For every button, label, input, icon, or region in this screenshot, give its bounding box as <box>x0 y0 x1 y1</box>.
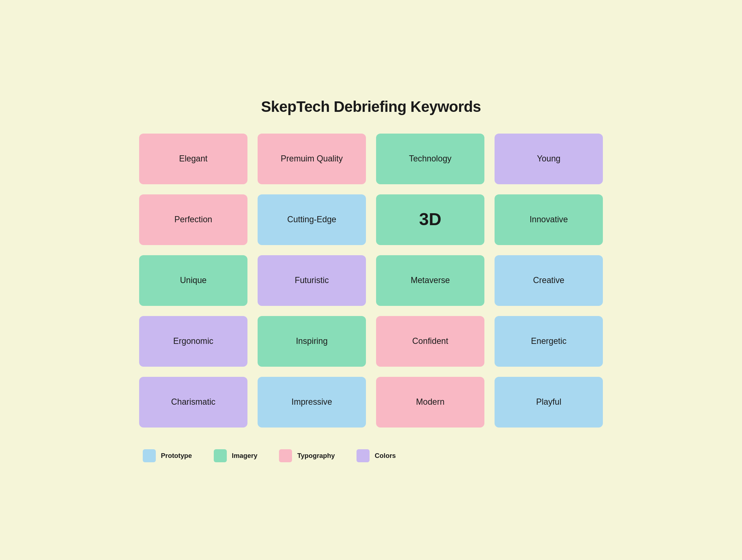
page-title: SkepTech Debriefing Keywords <box>139 98 603 115</box>
legend-label-prototype: Prototype <box>161 452 192 460</box>
legend-label-typography: Typography <box>297 452 335 460</box>
keyword-card-elegant: Elegant <box>139 134 247 184</box>
legend: PrototypeImageryTypographyColors <box>139 449 603 462</box>
page-container: SkepTech Debriefing Keywords ElegantPrem… <box>139 98 603 462</box>
keyword-card-3d: 3D <box>376 194 484 245</box>
legend-label-colors: Colors <box>375 452 396 460</box>
keyword-grid: ElegantPremuim QualityTechnologyYoungPer… <box>139 134 603 428</box>
keyword-card-confident: Confident <box>376 316 484 367</box>
keyword-card-young: Young <box>495 134 603 184</box>
keyword-card-premium-quality: Premuim Quality <box>258 134 366 184</box>
legend-item-prototype: Prototype <box>143 449 192 462</box>
legend-swatch-imagery <box>214 449 227 462</box>
keyword-card-impressive: Impressive <box>258 377 366 428</box>
keyword-card-perfection: Perfection <box>139 194 247 245</box>
keyword-card-inspiring: Inspiring <box>258 316 366 367</box>
legend-label-imagery: Imagery <box>232 452 258 460</box>
keyword-card-metaverse: Metaverse <box>376 255 484 306</box>
legend-item-imagery: Imagery <box>214 449 258 462</box>
keyword-card-futuristic: Futuristic <box>258 255 366 306</box>
keyword-card-modern: Modern <box>376 377 484 428</box>
keyword-card-technology: Technology <box>376 134 484 184</box>
legend-item-colors: Colors <box>357 449 396 462</box>
keyword-card-creative: Creative <box>495 255 603 306</box>
legend-swatch-typography <box>279 449 292 462</box>
legend-swatch-prototype <box>143 449 156 462</box>
keyword-card-ergonomic: Ergonomic <box>139 316 247 367</box>
keyword-card-cutting-edge: Cutting-Edge <box>258 194 366 245</box>
keyword-card-innovative: Innovative <box>495 194 603 245</box>
keyword-card-unique: Unique <box>139 255 247 306</box>
keyword-card-playful: Playful <box>495 377 603 428</box>
legend-item-typography: Typography <box>279 449 335 462</box>
keyword-card-charismatic: Charismatic <box>139 377 247 428</box>
keyword-card-energetic: Energetic <box>495 316 603 367</box>
legend-swatch-colors <box>357 449 370 462</box>
